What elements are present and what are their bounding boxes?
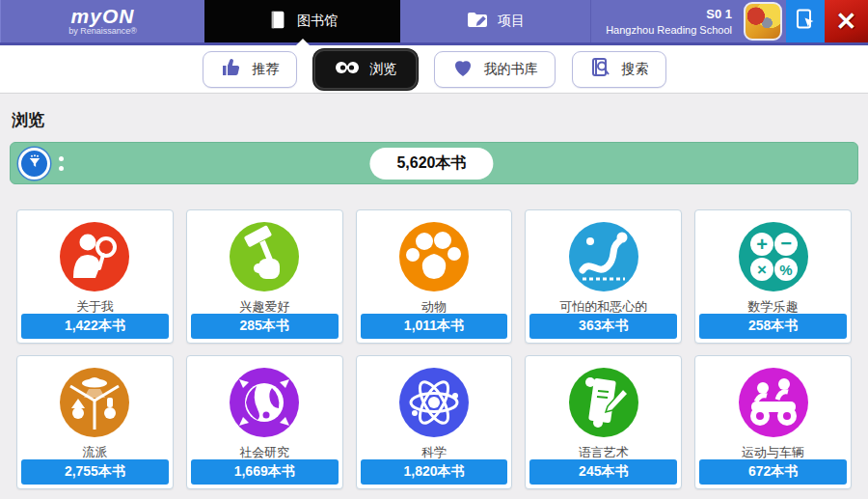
tab-projects[interactable]: 项目 <box>400 0 591 42</box>
scroll-pen-icon <box>569 368 638 437</box>
nav-search-label: 搜索 <box>622 61 649 78</box>
math-symbols-icon: +−×% <box>739 222 808 291</box>
nav-browse-label: 浏览 <box>370 61 397 78</box>
user-name: S0 1 <box>706 7 732 21</box>
category-grid: 关于我 1,422本书 兴趣爱好 285本书 动物 1,011本书 可怕的和恶心… <box>16 209 852 489</box>
svg-text:×: × <box>757 261 767 279</box>
book-icon <box>267 10 288 34</box>
category-count-banner: 1,669本书 <box>191 459 339 485</box>
category-card-9[interactable]: 语言艺术 245本书 <box>525 355 682 489</box>
category-card-2[interactable]: 兴趣爱好 285本书 <box>186 209 343 344</box>
close-icon: ✕ <box>836 9 857 34</box>
heart-icon <box>451 56 475 82</box>
nav-recommend-button[interactable]: 推荐 <box>203 51 297 88</box>
atv-icon <box>739 368 808 437</box>
paw-icon <box>399 222 469 291</box>
tab-library[interactable]: 图书馆 <box>204 0 400 42</box>
app-header: myON by Renaissance® 图书馆 项目 S0 1 Hangzho… <box>0 0 868 45</box>
filter-button[interactable] <box>18 148 50 180</box>
category-count-banner: 2,755本书 <box>21 459 169 485</box>
category-count-banner: 285本书 <box>191 314 339 339</box>
tablet-touch-icon <box>794 8 817 35</box>
funnel-icon <box>26 152 43 174</box>
genres-icon <box>60 368 129 437</box>
category-count-banner: 672本书 <box>699 459 847 485</box>
category-card-8[interactable]: 科学 1,820本书 <box>356 355 513 489</box>
hammer-fist-icon <box>230 222 299 291</box>
category-count-banner: 363本书 <box>529 314 677 339</box>
user-avatar[interactable] <box>744 2 782 41</box>
svg-text:−: − <box>780 233 792 254</box>
tab-library-label: 图书馆 <box>297 13 338 30</box>
logo-subtitle: by Renaissance® <box>68 26 137 36</box>
glasses-icon <box>334 57 361 81</box>
category-card-7[interactable]: 社会研究 1,669本书 <box>186 355 343 489</box>
device-button[interactable] <box>786 0 825 42</box>
category-card-3[interactable]: 动物 1,011本书 <box>356 209 513 344</box>
book-search-icon <box>589 56 612 82</box>
category-card-1[interactable]: 关于我 1,422本书 <box>16 209 174 344</box>
user-school: Hangzhou Reading School <box>606 24 732 36</box>
category-count-banner: 1,820本书 <box>361 459 508 485</box>
category-count-banner: 258本书 <box>699 314 847 339</box>
snake-icon <box>569 222 638 291</box>
category-card-4[interactable]: 可怕的和恶心的 363本书 <box>525 209 682 344</box>
close-button[interactable]: ✕ <box>825 0 868 42</box>
nav-my-library-button[interactable]: 我的书库 <box>434 51 556 88</box>
nav-browse-button[interactable]: 浏览 <box>313 49 418 90</box>
category-card-6[interactable]: 流派 2,755本书 <box>16 355 174 489</box>
myon-logo: myON by Renaissance® <box>0 0 204 42</box>
category-count-banner: 245本书 <box>529 459 677 485</box>
page-title: 浏览 <box>12 109 868 131</box>
category-card-10[interactable]: 运动与车辆 672本书 <box>694 355 852 489</box>
svg-text:%: % <box>779 262 792 278</box>
svg-text:+: + <box>756 234 768 255</box>
ellipsis-icon <box>59 156 64 171</box>
category-count-banner: 1,011本书 <box>361 314 508 339</box>
tab-projects-label: 项目 <box>498 13 525 30</box>
category-card-5[interactable]: +−×% 数学乐趣 258本书 <box>694 209 852 344</box>
nav-my-library-label: 我的书库 <box>484 61 538 78</box>
folder-pencil-icon <box>466 9 489 35</box>
book-count-pill: 5,620本书 <box>369 148 493 180</box>
active-tab-notch <box>296 39 310 45</box>
globe-icon <box>230 368 299 437</box>
nav-search-button[interactable]: 搜索 <box>572 51 666 88</box>
nav-recommend-label: 推荐 <box>253 61 280 78</box>
filter-bar: 5,620本书 <box>10 142 858 184</box>
user-info: S0 1 Hangzhou Reading School <box>591 0 740 42</box>
thumbs-up-icon <box>220 56 243 82</box>
atom-icon <box>399 368 469 437</box>
logo-title: myON <box>71 7 135 26</box>
person-magnifier-icon <box>60 222 129 291</box>
category-count-banner: 1,422本书 <box>21 314 169 339</box>
library-toolbar: 推荐 浏览 我的书库 搜索 <box>0 45 868 94</box>
